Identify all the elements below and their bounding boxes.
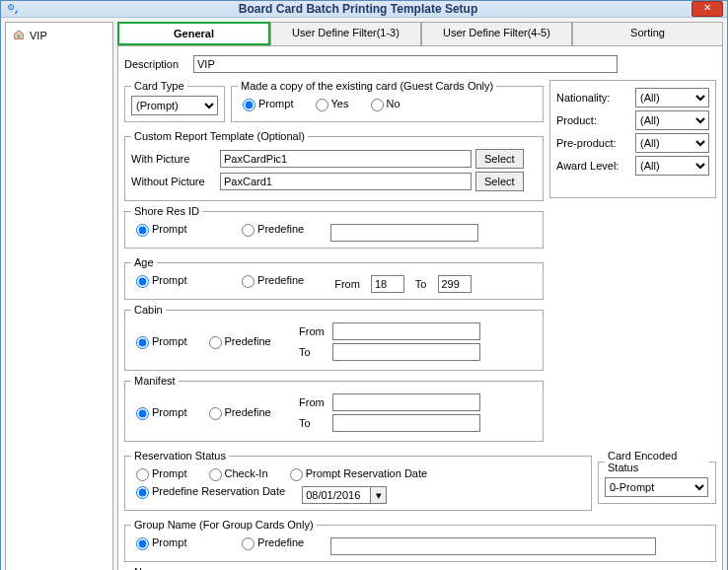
description-label: Description: [124, 58, 193, 70]
nationality-select[interactable]: (All): [635, 88, 709, 107]
with-picture-label: With Picture: [131, 153, 220, 165]
sidebar-item-label: VIP: [30, 30, 47, 41]
tabs: General User Define Filter(1-3) User Def…: [117, 22, 723, 46]
titlebar: Board Card Batch Printing Template Setup…: [1, 1, 727, 18]
reservation-fieldset: Reservation Status Prompt Check-In Promp…: [124, 450, 592, 511]
copy-card-legend: Made a copy of the existing card (Guest …: [238, 80, 496, 92]
age-to-input[interactable]: [438, 275, 472, 293]
tab-sorting[interactable]: Sorting: [572, 22, 723, 45]
general-pane: Description Card Type (Prompt): [117, 46, 723, 570]
sidebar-item-vip[interactable]: VIP: [10, 27, 109, 44]
window-body: VIP General User Define Filter(1-3) User…: [1, 18, 727, 570]
award-select[interactable]: (All): [635, 156, 709, 176]
card-type-legend: Card Type: [131, 80, 187, 92]
manifest-from-label: From: [299, 396, 332, 408]
main: VIP General User Define Filter(1-3) User…: [1, 18, 727, 570]
nationality-label: Nationality:: [556, 92, 635, 104]
sidebar: VIP: [5, 22, 113, 570]
template-icon: [12, 29, 26, 42]
description-row: Description: [124, 55, 716, 73]
cabin-from-label: From: [299, 325, 332, 337]
group-prompt-radio[interactable]: Prompt: [131, 534, 220, 550]
age-predefine-radio[interactable]: Predefine: [237, 272, 304, 288]
filters-fieldset: Nationality:(All) Product:(All) Pre-prod…: [549, 80, 716, 198]
product-select[interactable]: (All): [635, 110, 709, 130]
age-from-input[interactable]: [371, 275, 404, 293]
cabin-to-label: To: [299, 346, 332, 358]
award-label: Award Level:: [556, 160, 635, 172]
cabin-to-input[interactable]: [332, 343, 480, 361]
age-to-label: To: [415, 278, 427, 290]
description-input[interactable]: [193, 55, 618, 73]
group-legend: Group Name (For Group Cards Only): [131, 519, 317, 531]
res-prompt-date-radio[interactable]: Prompt Reservation Date: [285, 465, 428, 481]
age-from-label: From: [334, 278, 360, 290]
tab-general[interactable]: General: [117, 22, 270, 45]
card-type-fieldset: Card Type (Prompt): [124, 80, 225, 122]
manifest-legend: Manifest: [131, 375, 179, 387]
manifest-prompt-radio[interactable]: Prompt: [131, 404, 186, 420]
manifest-fieldset: Manifest Prompt Predefine From To: [124, 375, 544, 442]
cabin-from-input[interactable]: [332, 322, 480, 340]
shore-value-input[interactable]: [330, 224, 478, 242]
content: General User Define Filter(1-3) User Def…: [117, 22, 723, 570]
group-fieldset: Group Name (For Group Cards Only) Prompt…: [124, 519, 716, 562]
tab-udf45[interactable]: User Define Filter(4-5): [421, 22, 572, 45]
product-label: Product:: [556, 114, 635, 126]
cabin-prompt-radio[interactable]: Prompt: [131, 333, 186, 349]
window-title: Board Card Batch Printing Template Setup: [25, 2, 692, 16]
manifest-predefine-radio[interactable]: Predefine: [204, 404, 271, 420]
manifest-to-label: To: [299, 417, 332, 429]
tab-udf13[interactable]: User Define Filter(1-3): [270, 22, 421, 45]
without-picture-select-button[interactable]: Select: [475, 172, 524, 191]
preproduct-select[interactable]: (All): [635, 133, 709, 153]
name-legend: Name: [131, 566, 166, 570]
shore-res-legend: Shore Res ID: [131, 205, 202, 217]
cabin-legend: Cabin: [131, 304, 166, 316]
copy-yes-radio[interactable]: Yes: [311, 96, 349, 111]
manifest-from-input[interactable]: [332, 393, 480, 411]
copy-prompt-radio[interactable]: Prompt: [238, 96, 293, 111]
preproduct-label: Pre-product:: [556, 137, 635, 149]
without-picture-input[interactable]: [220, 173, 472, 190]
without-picture-label: Without Picture: [131, 176, 220, 187]
copy-no-radio[interactable]: No: [366, 96, 400, 111]
group-value-input[interactable]: [330, 537, 656, 555]
shore-prompt-radio[interactable]: Prompt: [131, 221, 220, 237]
card-encoded-legend: Card Encoded Status: [605, 450, 709, 473]
custom-report-fieldset: Custom Report Template (Optional) With P…: [124, 130, 544, 201]
name-fieldset: Name Prompt Predefine From To: [124, 566, 716, 570]
with-picture-select-button[interactable]: Select: [475, 149, 524, 169]
shore-res-fieldset: Shore Res ID Prompt Predefine: [124, 205, 544, 249]
manifest-to-input[interactable]: [332, 414, 480, 432]
with-picture-input[interactable]: [220, 150, 472, 168]
age-legend: Age: [131, 256, 157, 268]
group-predefine-radio[interactable]: Predefine: [237, 534, 304, 550]
close-button[interactable]: ✕: [692, 1, 723, 17]
age-fieldset: Age Prompt Predefine From To: [124, 256, 544, 300]
custom-report-legend: Custom Report Template (Optional): [131, 130, 308, 142]
reservation-legend: Reservation Status: [131, 450, 229, 462]
app-icon: [5, 2, 19, 16]
res-checkin-radio[interactable]: Check-In: [204, 465, 268, 481]
window: Board Card Batch Printing Template Setup…: [0, 0, 728, 570]
copy-card-fieldset: Made a copy of the existing card (Guest …: [231, 80, 544, 122]
card-encoded-select[interactable]: 0-Prompt: [605, 477, 708, 497]
svg-point-1: [18, 36, 21, 38]
res-prompt-radio[interactable]: Prompt: [131, 465, 186, 481]
cabin-predefine-radio[interactable]: Predefine: [204, 333, 271, 349]
cabin-fieldset: Cabin Prompt Predefine From To: [124, 304, 544, 371]
res-predefine-date-radio[interactable]: Predefine Reservation Date: [131, 483, 285, 499]
reservation-date-input[interactable]: [302, 486, 371, 504]
shore-predefine-radio[interactable]: Predefine: [237, 221, 304, 237]
reservation-date-dropdown[interactable]: ▾: [371, 486, 387, 504]
age-prompt-radio[interactable]: Prompt: [131, 272, 220, 288]
svg-point-0: [9, 5, 14, 10]
card-encoded-fieldset: Card Encoded Status 0-Prompt: [598, 450, 716, 504]
card-type-select[interactable]: (Prompt): [131, 96, 218, 115]
